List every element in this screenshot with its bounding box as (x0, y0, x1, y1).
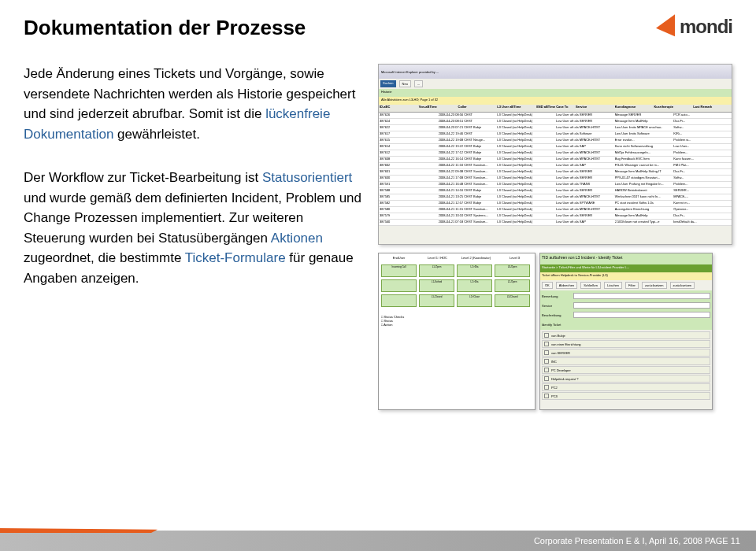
ss1-table: ID-aBCVon-aBTimeCallerL3 User aBTimeEND … (379, 105, 732, 226)
ss1-data-row[interactable]: 3876222008-04-23 07:21 CEST BubjeL3 Clos… (379, 125, 732, 131)
ss1-btn[interactable]: ... (414, 80, 423, 87)
ss2-col-header: Level 1 / HDC (420, 256, 455, 260)
ss3-field-input[interactable] (573, 293, 710, 299)
ss2-flow-box: L1-Open (419, 264, 454, 277)
text-column: Jede Änderung eines Tickets und Vorgänge… (24, 64, 362, 410)
ss3-title: TID aufbohren von L3 Incident - Identify… (540, 253, 712, 264)
ss1-data-row[interactable]: 3876022008-04-22 11:10 CEST Sundare...L3… (379, 163, 732, 169)
ss3-field-input[interactable] (573, 302, 710, 309)
p2-h2: Aktionen (271, 231, 323, 246)
ss3-form: BemerkungServiceBeschreibung (540, 290, 712, 322)
checkbox-icon[interactable] (544, 368, 549, 372)
ss3-button[interactable]: OK (542, 282, 553, 289)
ss2-flow-box: L2>Dta (457, 279, 492, 292)
ss3-scenario: Ticket öffnen Helpdesk to Service-Provid… (540, 272, 712, 280)
ss2-flow-box: L2-Open (495, 279, 530, 292)
ss3-field-input[interactable] (573, 312, 710, 318)
p2-h3: Ticket-Formulare (185, 250, 286, 265)
ss2-flow-box: L2>Dta (457, 264, 492, 277)
ss2-flow-box: L3-Open (495, 264, 530, 277)
p2-t1: Der Workflow zur Ticket-Bearbeitung ist (24, 170, 262, 185)
ss1-data-row[interactable]: 3875912008-04-21 16:48 CEST Sundare...L3… (379, 182, 732, 188)
ss1-data-row[interactable]: 3876242008-04-23 08:51 CESTL3 Closed (no… (379, 119, 732, 125)
ss3-list-item[interactable]: von Bubje (542, 331, 710, 339)
ss3-field-row: Service (542, 301, 710, 309)
ss3-button-row: OKAbbrechenSchließenLöschenFilterzurücks… (540, 280, 712, 290)
ss3-button[interactable]: Filter (625, 282, 639, 289)
p1-t2: gewährleistet. (113, 127, 200, 142)
ss3-button[interactable]: zurücksetzen (642, 282, 667, 289)
checkbox-icon[interactable] (544, 342, 549, 346)
ss3-button[interactable]: Abbrechen (556, 282, 577, 289)
ss3-list-item[interactable]: Helpdesk request ? (542, 375, 710, 383)
ss3-list-item[interactable]: PC2 (542, 383, 710, 391)
slide-footer: Corporate Presentation E & I, April 16, … (0, 531, 756, 551)
ss1-window-title: Microsoft Internet Explorer provided by … (381, 70, 439, 74)
ss3-breadcrumb: Startseite > Ticket-Filter und Werte für… (540, 264, 712, 272)
ss3-list-item[interactable]: PC3 (542, 392, 710, 400)
checkbox-icon[interactable] (544, 333, 549, 338)
ss3-list-item[interactable]: PC Developer (542, 366, 710, 374)
ss1-search-btn[interactable]: Suchen (380, 80, 396, 87)
screenshot-ticket-history: Microsoft Internet Explorer provided by … (378, 64, 732, 245)
ss1-toolbar: Suchen Neu ... (379, 79, 732, 89)
ss2-flow-box: L3-Closed (495, 294, 530, 307)
paragraph-2: Der Workflow zur Ticket-Bearbeitung ist … (24, 168, 362, 288)
ss1-data-row[interactable]: 3876122008-04-22 17:12 CEST BubjeL3 Clos… (379, 150, 732, 157)
screenshot-workflow-diagram: EndUserLevel 1 / HDCLevel 2 (Koordinator… (378, 253, 536, 410)
ss1-data-row[interactable]: 3875802008-04-21 11:15 CEST Sundare...L3… (379, 207, 732, 213)
ss2-flow-box: L2>Close (457, 294, 492, 307)
ss1-data-row[interactable]: 3875882008-04-21 14:16 CEST BubjeL3 Clos… (379, 188, 732, 194)
paragraph-1: Jede Änderung eines Tickets und Vorgänge… (24, 64, 362, 144)
checkbox-icon[interactable] (544, 359, 549, 364)
ss2-legend: □ Status Checks□ Status□ Action (381, 315, 532, 327)
ss3-button[interactable]: Schließen (580, 282, 601, 289)
ss1-data-row[interactable]: 3876262008-04-23 08:56 CESTL3 Closed (no… (379, 113, 732, 119)
checkbox-icon[interactable] (544, 376, 549, 381)
ss1-data-row[interactable]: 3875852008-04-21 13:25 CEST BubjeL3 Clos… (379, 194, 732, 201)
ss1-data-row[interactable]: 3876152008-04-22 19:08 CEST Neuge...L3 C… (379, 138, 732, 144)
ss1-section-bar: Historie (379, 89, 732, 97)
ss3-list-item[interactable]: INC (542, 357, 710, 365)
ss3-items-label: Identify Ticket (540, 322, 712, 330)
ss1-data-row[interactable]: 3876002008-04-21 17:08 CEST Sundare...L3… (379, 176, 732, 182)
ss1-data-row[interactable]: 3875602008-04-21 07:18 CEST Sundare...L3… (379, 220, 732, 226)
slide-header: Dokumentation der Prozesse mondi (24, 16, 732, 40)
screenshot-column: Microsoft Internet Explorer provided by … (378, 64, 732, 410)
ss1-data-row[interactable]: 3876012008-04-22 09:38 CEST Sundare...L3… (379, 169, 732, 176)
ss1-data-row[interactable]: 3876172008-04-22 19:46 CESTL3 Closed (no… (379, 131, 732, 138)
ss1-titlebar: Microsoft Internet Explorer provided by … (379, 65, 732, 79)
ss1-new-btn[interactable]: Neu (399, 80, 411, 87)
ss2-flow-box (381, 279, 417, 292)
ss1-header-row: ID-aBCVon-aBTimeCallerL3 User aBTimeEND … (379, 105, 732, 113)
slide-title: Dokumentation der Prozesse (24, 16, 306, 40)
screenshot-ticket-form: TID aufbohren von L3 Incident - Identify… (539, 253, 713, 410)
ss2-flow-box: L1-Solved (419, 279, 454, 292)
logo-icon (656, 14, 675, 39)
ss2-flow-box: L1-Closed (419, 294, 454, 307)
checkbox-icon[interactable] (544, 385, 549, 390)
ss3-button[interactable]: Löschen (604, 282, 622, 289)
ss2-col-header: EndUser (381, 256, 417, 260)
ss1-data-row[interactable]: 3876082008-04-22 16:14 CEST BubjeL3 Clos… (379, 157, 732, 163)
checkbox-icon[interactable] (544, 350, 549, 355)
ss1-data-row[interactable]: 3875792008-04-21 10:10 CEST Systems...L3… (379, 213, 732, 220)
footer-text: Corporate Presentation E & I, April 16, … (534, 536, 740, 545)
ss3-field-label: Service (542, 304, 573, 308)
ss2-flow-box (381, 294, 417, 307)
ss3-field-label: Bemerkung (542, 294, 573, 298)
ss3-button[interactable]: zurücksetzen (670, 282, 695, 289)
ss3-item-list: von Bubjevon einer Einrichtungvon SERVER… (540, 330, 712, 402)
p2-h1: Statusorientiert (262, 170, 352, 185)
ss3-field-row: Beschreibung (542, 311, 710, 319)
checkbox-icon[interactable] (544, 394, 549, 398)
ss1-data-row[interactable]: 3875822008-04-21 12:57 CEST BubjeL3 Clos… (379, 201, 732, 207)
company-logo: mondi (656, 16, 732, 38)
ss3-list-item[interactable]: von SERVER (542, 349, 710, 357)
ss2-columns: EndUserLevel 1 / HDCLevel 2 (Koordinator… (381, 256, 532, 260)
ss1-listing-title: Alle Aktivitäten zum L3-HD; Page 1 of 32 (379, 97, 732, 105)
ss3-list-item[interactable]: von einer Einrichtung (542, 340, 710, 348)
ss1-data-row[interactable]: 3876142008-04-22 19:22 CEST BubjeL3 Clos… (379, 144, 732, 150)
p2-t3: zugeordnet, die bestimmte (24, 250, 185, 265)
ss2-flow-box: Incoming Call (381, 264, 417, 277)
